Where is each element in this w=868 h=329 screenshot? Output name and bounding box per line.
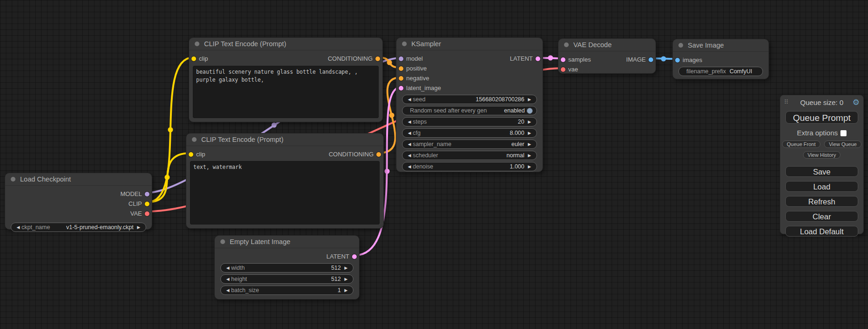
gear-icon[interactable]: ⚙ — [853, 98, 860, 107]
slot-label: images — [683, 56, 702, 63]
slot-label: model — [406, 55, 423, 62]
decrement-arrow-icon[interactable]: ◀ — [406, 164, 413, 169]
widget-value: 1.000 — [508, 163, 526, 170]
slot-label: positive — [406, 65, 427, 72]
negative-prompt-textarea[interactable]: text, watermark — [190, 161, 380, 224]
widget-label: denoise — [413, 163, 508, 170]
increment-arrow-icon[interactable]: ▶ — [343, 288, 349, 293]
slot-dot-icon — [561, 57, 565, 62]
collapse-dot-icon[interactable] — [402, 42, 407, 46]
widget-value: enabled — [502, 107, 527, 114]
increment-arrow-icon[interactable]: ▶ — [526, 131, 533, 135]
increment-arrow-icon[interactable]: ▶ — [343, 277, 349, 281]
decrement-arrow-icon[interactable]: ◀ — [225, 288, 231, 293]
scheduler-widget[interactable]: ◀ scheduler normal ▶ — [402, 151, 537, 160]
sampler-name-widget[interactable]: ◀ sampler_name euler ▶ — [402, 140, 537, 149]
random-seed-toggle-widget[interactable]: Random seed after every gen enabled — [402, 106, 537, 115]
ckpt-name-widget[interactable]: ◀ ckpt_name v1-5-pruned-emaonly.ckpt ▶ — [11, 223, 146, 232]
toggle-icon[interactable] — [527, 108, 533, 114]
increment-arrow-icon[interactable]: ▶ — [526, 153, 533, 158]
queue-front-button[interactable]: Queue Front — [782, 140, 820, 148]
node-empty-latent-image[interactable]: Empty Latent Image LATENT ◀ width 512 ▶ … — [214, 235, 360, 300]
seed-widget[interactable]: ◀ seed 156680208700286 ▶ — [402, 95, 537, 104]
node-title-bar[interactable]: Save Image — [673, 39, 769, 52]
widget-value: normal — [505, 152, 526, 159]
decrement-arrow-icon[interactable]: ◀ — [406, 131, 413, 135]
clear-button[interactable]: Clear — [785, 211, 858, 222]
positive-prompt-textarea[interactable]: beautiful scenery nature glass bottle la… — [193, 66, 379, 118]
decrement-arrow-icon[interactable]: ◀ — [15, 225, 21, 230]
extra-options-label: Extra options — [797, 129, 838, 137]
increment-arrow-icon[interactable]: ▶ — [526, 164, 533, 169]
widget-value: 512 — [329, 276, 343, 282]
slot-dot-icon — [399, 66, 403, 71]
node-title: Load Checkpoint — [20, 175, 71, 183]
refresh-button[interactable]: Refresh — [785, 196, 858, 207]
collapse-dot-icon[interactable] — [678, 43, 683, 48]
extra-options-checkbox[interactable] — [840, 130, 847, 136]
height-widget[interactable]: ◀ height 512 ▶ — [220, 274, 353, 284]
filename-prefix-widget[interactable]: filename_prefix ComfyUI — [678, 67, 763, 76]
node-title-bar[interactable]: VAE Decode — [558, 39, 656, 51]
slot-label: clip — [199, 55, 208, 62]
widget-label: sampler_name — [413, 141, 509, 147]
widget-label: ckpt_name — [21, 224, 64, 231]
node-title: CLIP Text Encode (Prompt) — [204, 40, 286, 48]
collapse-dot-icon[interactable] — [220, 239, 225, 244]
widget-label: seed — [413, 96, 474, 103]
slot-dot-icon — [189, 152, 193, 157]
collapse-dot-icon[interactable] — [564, 42, 569, 47]
slot-dot-icon — [399, 86, 403, 91]
increment-arrow-icon[interactable]: ▶ — [526, 119, 533, 124]
node-title-bar[interactable]: CLIP Text Encode (Prompt) — [189, 38, 382, 50]
slot-label: samples — [568, 56, 591, 63]
slot-dot-icon — [649, 57, 653, 62]
slot-label: latent_image — [406, 84, 441, 91]
node-clip-text-encode-positive[interactable]: CLIP Text Encode (Prompt) clip CONDITION… — [189, 37, 383, 122]
widget-value: ComfyUI — [727, 68, 759, 75]
collapse-dot-icon[interactable] — [11, 177, 15, 182]
queue-prompt-button[interactable]: Queue Prompt — [785, 111, 858, 124]
widget-label: steps — [413, 119, 516, 125]
denoise-widget[interactable]: ◀ denoise 1.000 ▶ — [402, 162, 537, 171]
decrement-arrow-icon[interactable]: ◀ — [406, 119, 413, 124]
slot-dot-icon — [399, 56, 403, 61]
view-history-button[interactable]: View History — [803, 151, 841, 159]
node-save-image[interactable]: Save Image images filename_prefix ComfyU… — [672, 39, 769, 79]
node-load-checkpoint[interactable]: Load Checkpoint MODEL CLIP VAE ◀ ckpt_na… — [5, 173, 152, 230]
node-title-bar[interactable]: KSampler — [396, 38, 543, 50]
decrement-arrow-icon[interactable]: ◀ — [406, 153, 413, 158]
cfg-widget[interactable]: ◀ cfg 8.000 ▶ — [402, 128, 537, 138]
node-vae-decode[interactable]: VAE Decode samples IMAGE vae — [558, 38, 656, 74]
increment-arrow-icon[interactable]: ▶ — [526, 97, 533, 102]
slot-dot-icon — [375, 56, 380, 61]
node-title: VAE Decode — [573, 41, 612, 49]
increment-arrow-icon[interactable]: ▶ — [135, 225, 142, 230]
load-button[interactable]: Load — [785, 181, 858, 192]
increment-arrow-icon[interactable]: ▶ — [526, 142, 533, 147]
decrement-arrow-icon[interactable]: ◀ — [406, 142, 413, 147]
width-widget[interactable]: ◀ width 512 ▶ — [220, 263, 353, 273]
node-title: KSampler — [411, 40, 441, 48]
node-title-bar[interactable]: CLIP Text Encode (Prompt) — [186, 133, 383, 146]
collapse-dot-icon[interactable] — [192, 137, 197, 142]
node-title-bar[interactable]: Load Checkpoint — [5, 173, 152, 186]
decrement-arrow-icon[interactable]: ◀ — [225, 277, 231, 281]
node-title-bar[interactable]: Empty Latent Image — [215, 236, 359, 248]
increment-arrow-icon[interactable]: ▶ — [343, 266, 349, 270]
node-clip-text-encode-negative[interactable]: CLIP Text Encode (Prompt) clip CONDITION… — [186, 133, 384, 229]
slot-label: negative — [406, 75, 429, 82]
widget-value: 1 — [336, 287, 343, 294]
batch-size-widget[interactable]: ◀ batch_size 1 ▶ — [220, 286, 353, 295]
decrement-arrow-icon[interactable]: ◀ — [225, 266, 231, 270]
load-default-button[interactable]: Load Default — [785, 226, 858, 237]
node-ksampler[interactable]: KSampler model LATENT positive negative … — [396, 37, 543, 172]
slot-label: clip — [196, 151, 205, 158]
decrement-arrow-icon[interactable]: ◀ — [406, 97, 413, 102]
slot-label: VAE — [130, 210, 142, 217]
view-queue-button[interactable]: View Queue — [824, 140, 861, 148]
collapse-dot-icon[interactable] — [195, 42, 199, 46]
save-button[interactable]: Save — [785, 166, 858, 177]
steps-widget[interactable]: ◀ steps 20 ▶ — [402, 117, 537, 126]
queue-size-label: Queue size: 0 — [780, 98, 863, 106]
